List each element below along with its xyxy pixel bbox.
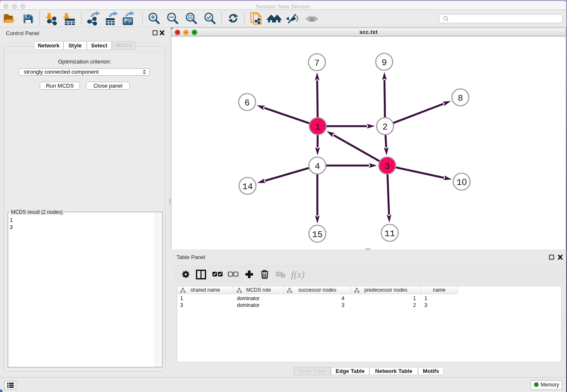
svg-text:1: 1: [315, 123, 321, 133]
svg-text:15: 15: [312, 230, 322, 240]
svg-text:4: 4: [315, 162, 320, 172]
svg-text:7: 7: [314, 59, 320, 69]
svg-text:f(x): f(x): [291, 269, 305, 280]
svg-text:3: 3: [385, 162, 390, 172]
svg-text:2: 2: [383, 123, 388, 133]
svg-text:11: 11: [384, 229, 395, 239]
svg-text:6: 6: [245, 99, 250, 108]
svg-text:8: 8: [458, 94, 463, 104]
svg-text:10: 10: [457, 177, 467, 188]
svg-text:14: 14: [242, 182, 253, 192]
svg-text:9: 9: [382, 58, 387, 68]
